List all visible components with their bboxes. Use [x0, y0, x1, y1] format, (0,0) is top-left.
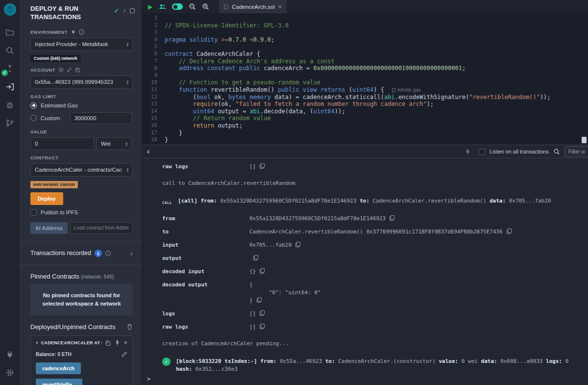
code-line[interactable]: (bool ok, bytes memory data) = cadenceAr…: [165, 94, 588, 101]
close-icon[interactable]: ×: [123, 340, 127, 346]
custom-gas-input[interactable]: [70, 112, 132, 124]
copy-icon[interactable]: [260, 310, 265, 316]
copy-icon[interactable]: [253, 255, 258, 260]
pen-icon[interactable]: [67, 67, 72, 73]
account-select[interactable]: 0x55a...46923 (999.999945323 ▴▾: [30, 76, 133, 89]
plugin-manager-icon[interactable]: [0, 346, 20, 363]
trash-icon[interactable]: [126, 324, 133, 330]
copy-icon[interactable]: [75, 67, 80, 73]
editor-scrollbar-thumb[interactable]: [582, 137, 587, 143]
copy-icon[interactable]: [260, 268, 265, 274]
code-line[interactable]: return output;: [165, 122, 588, 129]
search-icon[interactable]: [0, 42, 20, 59]
environment-select[interactable]: Injected Provider - MetaMask ▴▾: [30, 38, 133, 51]
value-unit-select[interactable]: Wei ▴▾: [97, 137, 132, 150]
popout-icon[interactable]: [130, 8, 135, 13]
editor-code[interactable]: // SPDX-License-Identifier: GPL-3.0pragm…: [165, 15, 588, 145]
code-line[interactable]: uint64 output = abi.decode(data, (uint64…: [165, 108, 588, 115]
deployed-contracts-title: Deployed/Unpinned Contracts: [30, 323, 115, 331]
deployed-contract-header[interactable]: ▾ CADENCEARCHCALER AT 0) ×: [36, 340, 127, 346]
copy-icon[interactable]: [507, 229, 512, 234]
info-icon[interactable]: i: [79, 29, 84, 35]
code-line[interactable]: }: [165, 136, 588, 144]
code-line[interactable]: contract CadenceArchCaler {: [165, 51, 588, 58]
line-number: 3: [142, 29, 157, 36]
terminal-entry: raw logs[]: [162, 323, 580, 331]
run-script-icon[interactable]: ▶: [148, 3, 152, 10]
panel-title: DEPLOY & RUN TRANSACTIONS: [30, 5, 94, 22]
copy-icon[interactable]: [390, 215, 394, 221]
pin-icon[interactable]: [114, 340, 121, 346]
copy-icon[interactable]: [105, 340, 111, 346]
pen-icon[interactable]: [121, 351, 127, 358]
estimated-gas-radio[interactable]: [30, 103, 37, 109]
log-key: input: [162, 241, 249, 249]
copy-icon[interactable]: [260, 163, 265, 169]
publish-ipfs-option[interactable]: Publish to IPFS: [30, 209, 133, 216]
terminal-prompt[interactable]: >: [147, 376, 150, 383]
code-line[interactable]: [165, 43, 588, 51]
value-input[interactable]: [30, 137, 94, 150]
code-editor[interactable]: 123456789101112131415161718 // SPDX-Lice…: [142, 13, 588, 145]
search-icon[interactable]: [553, 148, 560, 155]
code-line[interactable]: function revertibleRandom() public view …: [165, 86, 588, 94]
tx-summary[interactable]: [block:5033220 txIndex:-] from: 0x55a...…: [176, 358, 580, 373]
code-line[interactable]: // Declare Cadence Arch's address as a c…: [165, 58, 588, 65]
code-line[interactable]: [165, 15, 588, 22]
solidity-compiler-icon[interactable]: ✓: [0, 60, 20, 77]
code-line[interactable]: // Function to get a pseudo-random value: [165, 79, 588, 86]
plug-icon[interactable]: [71, 29, 76, 35]
code-line[interactable]: pragma solidity >=0.7.0 <0.9.0;: [165, 36, 588, 44]
custom-gas-radio[interactable]: [30, 115, 37, 121]
chevron-right-icon[interactable]: ›: [123, 7, 125, 13]
code-line[interactable]: [165, 29, 588, 36]
editor-tab-cadencearch[interactable]: CadenceArch.sol ×: [219, 0, 287, 13]
remix-logo[interactable]: [3, 3, 17, 16]
copy-icon[interactable]: [260, 324, 265, 329]
contract-fn-cadencearch-button[interactable]: cadenceArch: [36, 362, 81, 374]
icon-panel: ✓: [0, 0, 20, 385]
info-icon[interactable]: i: [105, 251, 111, 256]
copy-icon[interactable]: [257, 297, 262, 303]
copy-icon[interactable]: [295, 242, 300, 247]
custom-gas-option[interactable]: Custom: [30, 112, 133, 124]
preview-toggle-icon[interactable]: [172, 3, 183, 10]
estimated-gas-option[interactable]: Estimated Gas: [30, 103, 133, 109]
zoom-in-icon[interactable]: [202, 3, 209, 10]
call-summary[interactable]: [call] from: 0x55a1320D432759960C5Df0215…: [178, 197, 551, 207]
value-label: VALUE: [30, 129, 47, 134]
plus-icon[interactable]: [58, 67, 64, 73]
source-control-icon[interactable]: [0, 115, 20, 131]
deploy-button[interactable]: Deploy: [30, 192, 63, 205]
line-number: 7: [142, 58, 157, 65]
deploy-run-icon[interactable]: [0, 78, 20, 95]
tab-close-icon[interactable]: ×: [278, 3, 282, 10]
contract-select[interactable]: CadenceArchCaler - contracts/Cac ▴▾: [30, 163, 133, 177]
terminal-collapse-icon[interactable]: »: [145, 150, 152, 153]
transactions-count-badge: 1: [95, 250, 102, 257]
contract-fn-revertiblerandom-button[interactable]: revertibleRa...: [36, 379, 82, 385]
code-line[interactable]: // SPDX-License-Identifier: GPL-3.0: [165, 22, 588, 29]
code-line[interactable]: // Return random value: [165, 115, 588, 122]
code-line[interactable]: address constant public cadenceArch = 0x…: [165, 65, 588, 72]
file-explorer-icon[interactable]: [0, 24, 20, 41]
settings-icon[interactable]: [0, 364, 20, 381]
terminal-log[interactable]: raw logs[]call to CadenceArchCaler.rever…: [142, 158, 588, 373]
listen-all-checkbox[interactable]: [479, 149, 485, 155]
transactions-recorded[interactable]: Transactions recorded 1 i ›: [30, 242, 133, 265]
chevron-down-icon[interactable]: ▾: [36, 340, 38, 345]
filter-input[interactable]: [564, 146, 588, 157]
code-line[interactable]: }: [165, 129, 588, 137]
zoom-out-icon[interactable]: [189, 3, 196, 10]
code-line[interactable]: [165, 72, 588, 79]
at-address-button[interactable]: At Address: [30, 222, 68, 234]
code-line[interactable]: require(ok, "failed to fetch a random nu…: [165, 101, 588, 108]
caret-updown-icon: ▴▾: [127, 167, 128, 172]
at-address-input[interactable]: [70, 222, 133, 234]
debugger-icon[interactable]: [0, 97, 20, 113]
collaborators-icon[interactable]: [158, 3, 166, 11]
publish-ipfs-checkbox[interactable]: [30, 209, 37, 216]
chevron-right-icon[interactable]: ›: [130, 249, 133, 257]
environment-label: ENVIRONMENT: [30, 29, 68, 35]
line-number: 13: [142, 101, 157, 108]
